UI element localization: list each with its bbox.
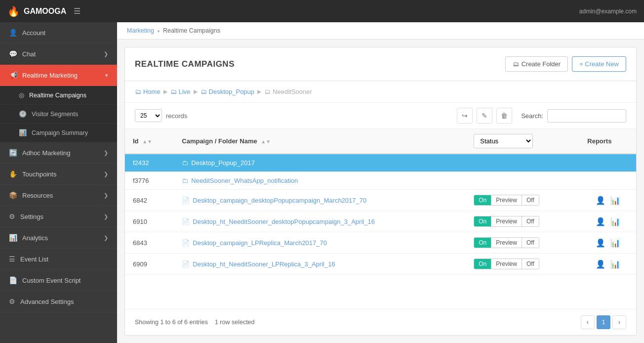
cell-id: 6842	[125, 190, 174, 211]
sidebar-item-realtime-campaigns[interactable]: ◎ Realtime Campaigns	[0, 86, 117, 105]
prev-page-button[interactable]: ‹	[581, 315, 595, 329]
folder-nav-desktop-popup[interactable]: 🗂 Desktop_Popup	[201, 88, 255, 95]
file-icon: 📄	[182, 239, 190, 247]
status-on-button[interactable]: On	[474, 259, 491, 269]
sidebar-item-label: Event List	[20, 256, 48, 263]
sidebar-item-label: Custom Event Script	[22, 277, 81, 284]
breadcrumb-marketing[interactable]: Marketing	[127, 27, 154, 34]
cell-id: 6843	[125, 232, 174, 254]
campaign-name-link[interactable]: 🗀 NeeditSooner_WhatsApp_notification	[182, 177, 458, 184]
status-preview-button[interactable]: Preview	[491, 216, 522, 226]
sidebar-item-advanced-settings[interactable]: ⚙ Advanced Settings	[0, 291, 117, 312]
table-container: Id ▲▼ Campaign / Folder Name ▲▼ Status	[125, 129, 636, 309]
col-name-label: Campaign / Folder Name	[182, 137, 257, 145]
user-report-icon[interactable]: 👤	[596, 259, 605, 269]
edit-button[interactable]: ✎	[477, 108, 492, 124]
logo-icon: 🔥	[7, 5, 20, 17]
status-group: On Preview Off	[474, 195, 539, 206]
page-1-button[interactable]: 1	[597, 315, 610, 329]
sidebar-item-adhoc-marketing[interactable]: 🔄 Adhoc Marketing ❯	[0, 142, 117, 164]
sidebar-item-chat[interactable]: 💬 Chat ❯	[0, 43, 117, 65]
hamburger-menu[interactable]: ☰	[74, 6, 80, 16]
records-per-page-select[interactable]: 10 25 50 100	[135, 109, 162, 122]
user-report-icon[interactable]: 👤	[596, 238, 605, 248]
folder-nav-label: Live	[179, 88, 191, 95]
sidebar-item-label: Resources	[22, 192, 53, 199]
search-input[interactable]	[547, 109, 626, 123]
move-button[interactable]: ↪	[457, 108, 473, 124]
box-icon: 📦	[9, 191, 17, 199]
sidebar-item-visitor-segments[interactable]: 🕐 Visitor Segments	[0, 105, 117, 124]
folder-nav-needitsooner: 🗂 NeeditSooner	[264, 88, 312, 95]
folder-nav: 🗂 Home ▶ 🗂 Live ▶ 🗂 Desktop_Popup ▶ 🗂 Ne…	[125, 81, 636, 103]
table-row[interactable]: 6842 📄 Desktop_campaign_desktopPopupcamp…	[125, 190, 636, 211]
sidebar-item-resources[interactable]: 📦 Resources ❯	[0, 185, 117, 206]
status-preview-button[interactable]: Preview	[491, 238, 522, 248]
campaign-name-link[interactable]: 📄 Desktop_campaign_desktopPopupcampaign_…	[182, 197, 458, 204]
status-off-button[interactable]: Off	[522, 259, 539, 269]
main-layout: 👤 Account 💬 Chat ❯ 📢 Realtime Marketing …	[0, 22, 644, 343]
status-off-button[interactable]: Off	[522, 216, 539, 226]
sidebar-item-analytics[interactable]: 📊 Analytics ❯	[0, 227, 117, 249]
status-off-button[interactable]: Off	[522, 238, 539, 248]
pagination: ‹ 1 ›	[581, 315, 626, 329]
sidebar-item-touchpoints[interactable]: ✋ Touchpoints ❯	[0, 164, 117, 185]
table-row[interactable]: 6910 📄 Desktop_ht_NeeditSooner_desktopPo…	[125, 211, 636, 232]
cell-reports	[579, 172, 636, 190]
status-on-button[interactable]: On	[474, 216, 491, 226]
table-body: f2432 🗀 Desktop_Popup_2017	[125, 154, 636, 275]
status-on-button[interactable]: On	[474, 195, 491, 205]
folder-nav-home[interactable]: 🗂 Home	[135, 88, 161, 95]
delete-button[interactable]: 🗑	[496, 108, 512, 124]
sidebar-item-realtime-marketing[interactable]: 📢 Realtime Marketing ▾	[0, 65, 117, 86]
bar-report-icon[interactable]: 📊	[610, 196, 620, 205]
sidebar-item-settings[interactable]: ⚙ Settings ❯	[0, 206, 117, 227]
bar-report-icon[interactable]: 📊	[610, 259, 620, 269]
table-row[interactable]: 6843 📄 Desktop_campaign_LPReplica_March2…	[125, 232, 636, 254]
create-new-button[interactable]: + Create New	[572, 56, 626, 72]
user-report-icon[interactable]: 👤	[596, 196, 605, 205]
user-email: admin@example.com	[579, 8, 637, 15]
campaign-name-link[interactable]: 📄 Desktop_ht_NeeditSooner_LPReplica_3_Ap…	[182, 260, 458, 268]
folder-arrow-3: ▶	[257, 88, 261, 95]
cell-name: 📄 Desktop_campaign_LPReplica_March2017_7…	[174, 232, 466, 254]
table-row[interactable]: 6909 📄 Desktop_ht_NeeditSooner_LPReplica…	[125, 254, 636, 275]
status-off-button[interactable]: Off	[522, 195, 539, 205]
logo-text: GAMOOGA	[24, 7, 66, 16]
campaign-name-link[interactable]: 📄 Desktop_ht_NeeditSooner_desktopPopupca…	[182, 218, 458, 225]
folder-nav-live[interactable]: 🗂 Live	[170, 88, 191, 95]
bar-report-icon[interactable]: 📊	[610, 217, 620, 226]
next-page-button[interactable]: ›	[612, 315, 626, 329]
report-icons: 👤 📊	[587, 217, 628, 226]
status-group: On Preview Off	[474, 216, 539, 227]
report-icons: 👤 📊	[587, 238, 628, 248]
table-row[interactable]: f3776 🗀 NeeditSooner_WhatsApp_notificati…	[125, 172, 636, 190]
sidebar-item-custom-event-script[interactable]: 📄 Custom Event Script	[0, 270, 117, 291]
sort-arrows-name: ▲▼	[261, 139, 271, 144]
bar-report-icon[interactable]: 📊	[610, 238, 620, 248]
edit-icon: ✎	[482, 112, 487, 120]
col-id[interactable]: Id ▲▼	[125, 129, 174, 154]
sidebar-item-label: Chat	[22, 50, 36, 58]
status-on-button[interactable]: On	[474, 238, 491, 248]
campaign-name-link[interactable]: 📄 Desktop_campaign_LPReplica_March2017_7…	[182, 239, 458, 247]
folder-home-icon: 🗂	[135, 88, 141, 95]
analytics-icon: 📊	[9, 234, 17, 242]
sidebar-item-event-list[interactable]: ☰ Event List	[0, 249, 117, 270]
campaign-name-link[interactable]: 🗀 Desktop_Popup_2017	[182, 159, 458, 167]
table-row[interactable]: f2432 🗀 Desktop_Popup_2017	[125, 154, 636, 172]
status-filter-select[interactable]: Status On Off Preview	[474, 134, 533, 148]
sidebar-item-label: Adhoc Marketing	[22, 149, 71, 157]
col-reports-label: Reports	[587, 137, 611, 145]
sidebar-item-account[interactable]: 👤 Account	[0, 22, 117, 43]
status-preview-button[interactable]: Preview	[491, 259, 522, 269]
create-folder-button[interactable]: 🗂 Create Folder	[505, 56, 568, 72]
col-name[interactable]: Campaign / Folder Name ▲▼	[174, 129, 466, 154]
sidebar-item-campaign-summary[interactable]: 📊 Campaign Summary	[0, 124, 117, 142]
records-label: records	[166, 112, 187, 120]
status-preview-button[interactable]: Preview	[491, 195, 522, 205]
cell-status: On Preview Off	[466, 211, 579, 232]
folder-nav-label: Desktop_Popup	[209, 88, 255, 95]
user-report-icon[interactable]: 👤	[596, 217, 605, 226]
cell-reports: 👤 📊	[579, 211, 636, 232]
